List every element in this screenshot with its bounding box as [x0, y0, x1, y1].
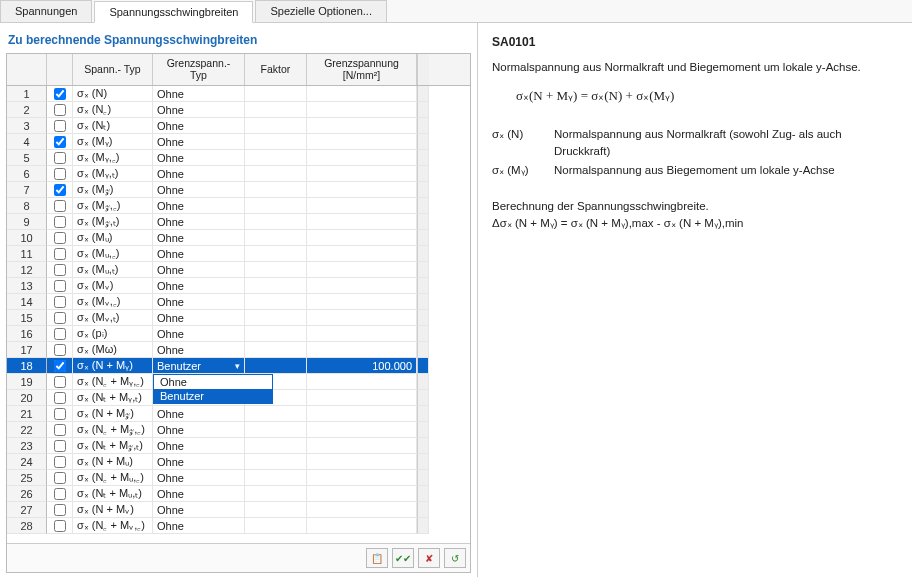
- row-checkbox[interactable]: [54, 344, 66, 356]
- row-checkbox[interactable]: [54, 104, 66, 116]
- row-faktor[interactable]: [245, 422, 307, 438]
- table-row[interactable]: 24σₓ (N + Mᵤ)Ohne: [7, 454, 470, 470]
- row-grenztyp[interactable]: Ohne: [153, 86, 245, 102]
- row-checkbox[interactable]: [54, 456, 66, 468]
- check-all-button[interactable]: ✔✔: [392, 548, 414, 568]
- scrollbar-cell[interactable]: [417, 294, 429, 310]
- table-row[interactable]: 28σₓ (N꜀ + Mᵥ,꜀)Ohne: [7, 518, 470, 534]
- row-faktor[interactable]: [245, 214, 307, 230]
- row-faktor[interactable]: [245, 438, 307, 454]
- row-faktor[interactable]: [245, 230, 307, 246]
- row-grenztyp[interactable]: Ohne: [153, 406, 245, 422]
- table-row[interactable]: 1σₓ (N)Ohne: [7, 86, 470, 102]
- row-grenzspannung[interactable]: [307, 374, 417, 390]
- row-grenztyp[interactable]: Ohne: [153, 518, 245, 534]
- row-faktor[interactable]: [245, 166, 307, 182]
- row-grenzspannung[interactable]: [307, 438, 417, 454]
- row-grenztyp[interactable]: Ohne: [153, 134, 245, 150]
- row-grenzspannung[interactable]: [307, 406, 417, 422]
- scrollbar-cell[interactable]: [417, 86, 429, 102]
- row-checkbox[interactable]: [54, 248, 66, 260]
- row-checkbox[interactable]: [54, 328, 66, 340]
- scrollbar-cell[interactable]: [417, 454, 429, 470]
- row-faktor[interactable]: [245, 150, 307, 166]
- row-grenztyp[interactable]: Ohne: [153, 486, 245, 502]
- scrollbar-cell[interactable]: [417, 134, 429, 150]
- row-checkbox[interactable]: [54, 408, 66, 420]
- row-faktor[interactable]: [245, 118, 307, 134]
- scrollbar-cell[interactable]: [417, 166, 429, 182]
- row-grenzspannung[interactable]: [307, 518, 417, 534]
- row-faktor[interactable]: [245, 470, 307, 486]
- table-row[interactable]: 5σₓ (Mᵧ,꜀)Ohne: [7, 150, 470, 166]
- row-grenzspannung[interactable]: [307, 390, 417, 406]
- table-row[interactable]: 8σₓ (M𝓏,꜀)Ohne: [7, 198, 470, 214]
- table-row[interactable]: 4σₓ (Mᵧ)Ohne: [7, 134, 470, 150]
- tab-spannungen[interactable]: Spannungen: [0, 0, 92, 22]
- row-grenztyp[interactable]: Ohne: [153, 422, 245, 438]
- row-grenztyp[interactable]: Ohne: [153, 470, 245, 486]
- table-row[interactable]: 12σₓ (Mᵤ,ₜ)Ohne: [7, 262, 470, 278]
- table-row[interactable]: 26σₓ (Nₜ + Mᵤ,ₜ)Ohne: [7, 486, 470, 502]
- row-grenzspannung[interactable]: [307, 470, 417, 486]
- row-checkbox[interactable]: [54, 264, 66, 276]
- table-row[interactable]: 9σₓ (M𝓏,ₜ)Ohne: [7, 214, 470, 230]
- row-checkbox[interactable]: [54, 216, 66, 228]
- row-checkbox[interactable]: [54, 392, 66, 404]
- row-checkbox[interactable]: [54, 440, 66, 452]
- row-grenzspannung[interactable]: 100.000: [307, 358, 417, 374]
- row-checkbox[interactable]: [54, 88, 66, 100]
- scrollbar-cell[interactable]: [417, 326, 429, 342]
- row-grenzspannung[interactable]: [307, 342, 417, 358]
- table-row[interactable]: 6σₓ (Mᵧ,ₜ)Ohne: [7, 166, 470, 182]
- row-faktor[interactable]: [245, 134, 307, 150]
- row-grenztyp[interactable]: Ohne: [153, 278, 245, 294]
- row-checkbox[interactable]: [54, 360, 66, 372]
- table-row[interactable]: 10σₓ (Mᵤ)Ohne: [7, 230, 470, 246]
- row-checkbox[interactable]: [54, 296, 66, 308]
- row-checkbox[interactable]: [54, 312, 66, 324]
- row-grenzspannung[interactable]: [307, 86, 417, 102]
- row-faktor[interactable]: [245, 246, 307, 262]
- dropdown-option[interactable]: Benutzer: [154, 389, 272, 403]
- row-grenztyp[interactable]: Ohne: [153, 294, 245, 310]
- scrollbar-cell[interactable]: [417, 390, 429, 406]
- row-grenztyp[interactable]: Ohne: [153, 326, 245, 342]
- scrollbar-cell[interactable]: [417, 102, 429, 118]
- row-grenzspannung[interactable]: [307, 262, 417, 278]
- row-grenztyp[interactable]: Ohne: [153, 454, 245, 470]
- row-grenzspannung[interactable]: [307, 134, 417, 150]
- row-grenzspannung[interactable]: [307, 166, 417, 182]
- scrollbar-cell[interactable]: [417, 118, 429, 134]
- row-faktor[interactable]: [245, 278, 307, 294]
- grenztyp-dropdown[interactable]: OhneBenutzer: [153, 374, 273, 404]
- row-grenztyp[interactable]: Ohne: [153, 438, 245, 454]
- tab-schwingbreiten[interactable]: Spannungsschwingbreiten: [94, 1, 253, 23]
- row-faktor[interactable]: [245, 182, 307, 198]
- table-row[interactable]: 2σₓ (N꜀)Ohne: [7, 102, 470, 118]
- row-grenztyp[interactable]: Ohne: [153, 246, 245, 262]
- scrollbar-cell[interactable]: [417, 182, 429, 198]
- row-grenzspannung[interactable]: [307, 326, 417, 342]
- scrollbar-cell[interactable]: [417, 342, 429, 358]
- scrollbar-cell[interactable]: [417, 502, 429, 518]
- row-grenzspannung[interactable]: [307, 118, 417, 134]
- scrollbar-cell[interactable]: [417, 214, 429, 230]
- row-grenztyp[interactable]: Ohne: [153, 150, 245, 166]
- row-checkbox[interactable]: [54, 120, 66, 132]
- row-faktor[interactable]: [245, 310, 307, 326]
- row-checkbox[interactable]: [54, 232, 66, 244]
- uncheck-all-button[interactable]: ✘: [418, 548, 440, 568]
- row-grenzspannung[interactable]: [307, 422, 417, 438]
- row-grenztyp[interactable]: Ohne: [153, 502, 245, 518]
- table-row[interactable]: 15σₓ (Mᵥ,ₜ)Ohne: [7, 310, 470, 326]
- row-checkbox[interactable]: [54, 472, 66, 484]
- table-row[interactable]: 16σₓ (pᵢ)Ohne: [7, 326, 470, 342]
- table-row[interactable]: 17σₓ (Mω)Ohne: [7, 342, 470, 358]
- scrollbar-cell[interactable]: [417, 262, 429, 278]
- row-faktor[interactable]: [245, 406, 307, 422]
- row-checkbox[interactable]: [54, 488, 66, 500]
- scrollbar-cell[interactable]: [417, 518, 429, 534]
- row-checkbox[interactable]: [54, 184, 66, 196]
- row-grenztyp[interactable]: Ohne: [153, 182, 245, 198]
